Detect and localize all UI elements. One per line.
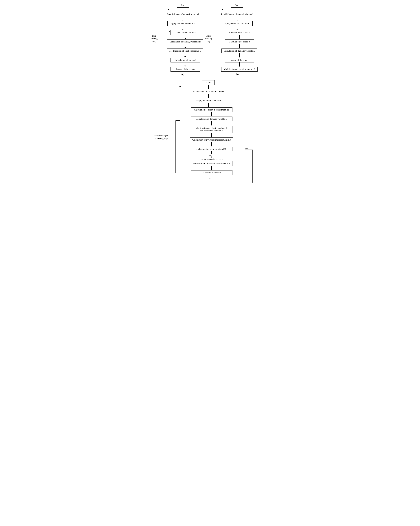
flowchart-c-inner: Start Establishment of numerical model A…	[170, 80, 247, 175]
yes-potential-row: Yes potential function g	[201, 158, 223, 161]
box-start-b: Start	[231, 3, 243, 8]
arrow-b-2	[236, 17, 238, 21]
yes-vline	[205, 158, 205, 160]
arrow-b-1	[236, 8, 238, 12]
box-stress-b: Calculation of stress σ	[225, 39, 254, 44]
box-strain-c: Calculation of strain increasement Δε	[191, 107, 233, 112]
yield-section: Judgement of yield function f≥0	[176, 147, 247, 158]
down-arrow-yes	[205, 158, 206, 161]
flowchart-a-inner: Start Establishment of numerical model A…	[160, 3, 206, 71]
arrow-c-1	[208, 85, 209, 89]
yes-arrow-col: Yes potential function g	[201, 158, 223, 161]
box-strain-a: Calculation of strain ε	[170, 30, 200, 35]
box-stress-a: Calculation of stress σ	[170, 58, 200, 62]
box-record-c: Record of the results	[191, 170, 233, 175]
box-modulus-b: Modification of elastic modulus E	[221, 67, 258, 71]
yes-text: Yes	[201, 158, 204, 161]
flowchart-b-inner: Start Establishment of numerical model A…	[214, 3, 260, 71]
yes-arrowhead	[205, 160, 206, 161]
yes-line1	[211, 153, 212, 154]
arrow-c-3	[208, 103, 209, 107]
box-damage-a: Calculation of damage variable D	[167, 39, 203, 44]
arrow-a-3	[182, 26, 184, 30]
flowchart-c-wrapper: Start Establishment of numerical model A…	[170, 80, 250, 180]
svg-text:No: No	[245, 147, 248, 150]
flowchart-a: Start Establishment of numerical model A…	[160, 3, 206, 76]
box-start-a: Start	[177, 3, 189, 8]
potential-text: potential function g	[207, 158, 223, 161]
arrow-c-8: Yes	[211, 152, 212, 158]
loop-inner-b: Calculation of strain ε Calculation of s…	[214, 30, 260, 71]
arrow-b-3	[236, 26, 238, 30]
arrow-a-5	[185, 44, 186, 49]
bottom-section: Start Establishment of numerical model A…	[156, 80, 264, 180]
box-record-b: Record of the results	[225, 58, 254, 62]
arrow-a-6	[185, 53, 186, 58]
arrow-c-6	[211, 133, 212, 137]
loop-inner-c: Calculation of strain increasement Δε Ca…	[170, 107, 247, 175]
caption-c: (c)	[170, 177, 250, 180]
arrow-a-1	[182, 8, 184, 12]
box-modstress-c: Modification of stress increasement Δσ	[191, 161, 233, 166]
box-establishment-b: Establishment of numerical model	[219, 12, 255, 17]
arrow-c-7	[211, 142, 212, 147]
arrow-c-5	[211, 121, 212, 126]
yes-label: Yes	[205, 154, 212, 157]
arrow-c-9	[211, 166, 212, 170]
side-label-a: Next loading step	[150, 35, 159, 43]
arrow-b-6	[239, 53, 240, 58]
box-boundary-b: Apply boundary condition	[222, 21, 253, 26]
arrow-b-5	[239, 44, 240, 49]
arrow-a-2	[182, 17, 184, 21]
arrow-a-7	[185, 62, 186, 67]
arrow-b-7	[239, 62, 240, 67]
loop-section-b: Calculation of strain ε Calculation of s…	[214, 30, 260, 71]
box-boundary-c: Apply boundary condition	[187, 98, 230, 103]
caption-a: (a)	[160, 73, 206, 76]
arrow-a-4	[185, 35, 186, 39]
arrow-c-2	[208, 94, 209, 98]
box-establishment-c: Establishment of numerical model	[187, 89, 230, 94]
caption-b: (b)	[214, 73, 260, 76]
box-modulus-a: Modification of elastic modulus E	[167, 49, 204, 53]
loop-section-a: Calculation of strain ε Calculation of d…	[160, 30, 206, 71]
box-modulus-c: Modification of elastic modulus E and ha…	[191, 126, 233, 133]
flowchart-b: Start Establishment of numerical model A…	[214, 3, 260, 76]
box-trystress-c: Calculation of try-stress increasement Δ…	[190, 137, 233, 142]
box-strain-b: Calculation of strain ε	[225, 30, 254, 35]
box-damage-b: Calculation of damage variable D	[222, 49, 257, 53]
box-damage-c: Calculation of damage variable D	[191, 117, 233, 121]
page: Start Establishment of numerical model A…	[156, 3, 264, 180]
top-row: Start Establishment of numerical model A…	[156, 3, 264, 76]
arrow-c-4	[211, 112, 212, 117]
box-start-c: Start	[202, 80, 215, 85]
loop-inner-a: Calculation of strain ε Calculation of d…	[160, 30, 206, 71]
side-label-b: Next loading step	[204, 35, 213, 43]
loop-section-c: Calculation of strain increasement Δε Ca…	[170, 107, 247, 175]
box-yield-c: Judgement of yield function f≥0	[191, 147, 233, 152]
yes-row: Yes	[211, 152, 212, 158]
box-boundary-a: Apply boundary condition	[167, 21, 198, 26]
arrow-b-4	[239, 35, 240, 39]
box-record-a: Record of the results	[170, 67, 200, 71]
yes-inline: Yes potential function g	[201, 158, 223, 161]
box-establishment-a: Establishment of numerical model	[165, 12, 201, 17]
side-label-c: Next loading or unloading step	[154, 134, 168, 140]
